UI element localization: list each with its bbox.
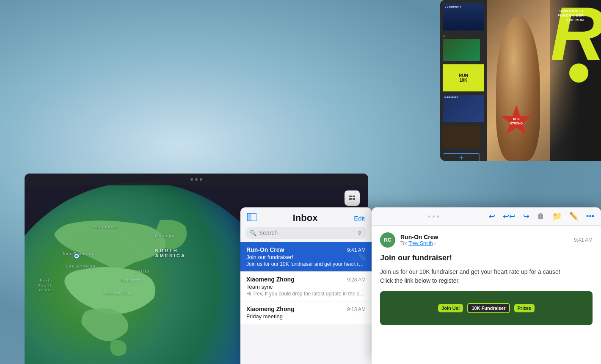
mail-time-3: 9:13 AM [347,306,366,312]
badge-join-us: Join Us! [438,304,463,312]
mail-search-bar[interactable]: 🔍 Search 🎙 [245,227,367,239]
attachment-icon-1: 📎 [359,254,366,260]
mail-time-1: 9:41 AM [347,247,366,253]
folder-button[interactable]: 📁 [552,212,562,221]
search-placeholder: Search [259,229,354,236]
reply-button[interactable]: ↩ [489,212,495,221]
dot-2 [433,215,435,218]
mail-sender-1: Run-On Crew [246,246,284,253]
mail-item-1-header: Run-On Crew 9:41 AM [246,246,366,253]
slide-img-6 [443,100,480,122]
mail-detail-body: Join us for our 10K fundraiser and get y… [380,267,593,285]
more-button[interactable]: ••• [586,212,594,221]
forward-button[interactable]: ↪ [523,212,529,221]
mail-item-3[interactable]: Xiaomeng Zhong 9:13 AM Friday meeting [240,301,372,325]
dot-3 [437,215,439,218]
mail-edit-button[interactable]: Edit [354,215,365,222]
slides-preview: R COMMUNITYFUNDRAISER10K RUN RUN STRONG [487,0,601,161]
recipient-link[interactable]: Trev Smith [408,240,433,246]
mail-time-2: 9:28 AM [347,277,366,283]
maps-titlebar [25,174,368,185]
run-strong-sticker: RUN STRONG [499,104,533,140]
search-icon: 🔍 [250,230,256,236]
slide-img-7 [443,126,480,148]
sender-to: To: Trev Smith › [400,240,569,246]
mail-image-preview: Join Us! 10K Fundraiser Prizes [380,291,593,325]
slide-thumb-5[interactable]: 5 RUN10K [443,64,484,91]
mail-preview-2: Hi Trev, If you could drop the latest up… [246,291,366,297]
sidebar-toggle-icon[interactable] [247,213,256,223]
add-slide-icon: + [459,154,464,161]
mail-detail-toolbar: ↩ ↩↩ ↪ 🗑 📁 ✏️ ••• [372,207,601,226]
reply-all-button[interactable]: ↩↩ [503,212,516,221]
sender-avatar: RC [380,232,395,248]
slide-thumb-7[interactable] [443,125,484,148]
compose-button[interactable]: ✏️ [569,212,579,221]
preview-overlay-text: COMMUNITYFUNDRAISER10K RUN [558,8,584,23]
svg-rect-4 [353,196,355,197]
slide5-label: RUN10K [459,73,468,83]
preview-circle-logo [569,63,588,83]
mail-subject-1: Join our fundraiser! 📎 [246,254,366,260]
mail-list: Run-On Crew 9:41 AM Join our fundraiser!… [240,242,372,325]
mail-item-2[interactable]: Xiaomeng Zhong 9:28 AM Team sync Hi Trev… [240,272,372,301]
svg-rect-6 [353,198,355,200]
mail-subject-3: Friday meeting [246,313,366,320]
mail-detail-subject: Join our fundraiser! [380,254,593,262]
mail-sender-2: Xiaomeng Zhong [246,276,295,283]
maps-dot-3 [200,178,202,181]
mail-item-3-header: Xiaomeng Zhong 9:13 AM [246,306,366,312]
mail-item-1[interactable]: Run-On Crew 9:41 AM Join our fundraiser!… [240,242,372,272]
svg-text:RUN: RUN [513,118,519,121]
slide-thumb-3[interactable]: 3 [443,3,484,30]
slides-thumbnail-panel: 3 4 5 RUN10K 6 [440,0,487,161]
slides-app: 3 4 5 RUN10K 6 [440,0,601,161]
badge-10k: 10K Fundraiser [467,303,510,313]
maps-window-dots [190,178,202,181]
badge-prizes: Prizes [514,304,535,312]
sender-info: Run-On Crew To: Trev Smith › [400,234,569,246]
mail-header: Inbox Edit [240,207,372,227]
mail-detail-panel: ↩ ↩↩ ↪ 🗑 📁 ✏️ ••• RC Run-On Crew To: Tre… [372,207,601,364]
slide-img-3 [443,8,480,30]
mail-preview-1: Join us for our 10K fundraiser and get y… [246,261,366,267]
slide-img-5: RUN10K [443,69,480,91]
slide-thumb-4[interactable]: 4 [443,34,484,61]
mail-inbox-panel: Inbox Edit 🔍 Search 🎙 Run-On Crew 9:41 A… [240,207,372,364]
slide-img-4 [443,39,480,61]
maps-dot-1 [190,178,193,181]
trash-button[interactable]: 🗑 [537,212,545,221]
mail-from-row: RC Run-On Crew To: Trev Smith › 9:41 AM [380,232,593,248]
add-slide-button[interactable]: + [443,153,480,161]
maps-dot-2 [195,178,198,181]
sender-name: Run-On Crew [400,234,569,240]
svg-text:STRONG: STRONG [510,122,523,125]
inbox-title: Inbox [293,212,318,223]
mail-subject-2: Team sync [246,284,366,290]
slide-thumb-6[interactable]: 6 [443,95,484,122]
dot-1 [428,215,430,218]
mail-detail-content: RC Run-On Crew To: Trev Smith › 9:41 AM … [372,226,601,359]
mic-icon[interactable]: 🎙 [357,230,362,236]
svg-rect-9 [251,213,251,221]
svg-rect-7 [247,213,251,221]
svg-rect-5 [349,198,352,200]
mail-sender-3: Xiaomeng Zhong [246,306,295,312]
na-landmass [41,216,211,364]
map-legend-button[interactable] [345,190,360,206]
slides-preview-content: R COMMUNITYFUNDRAISER10K RUN RUN STRONG [487,0,601,161]
mail-toolbar-icons: ↩ ↩↩ ↪ 🗑 📁 ✏️ ••• [489,212,594,221]
preview-woman-bg: R COMMUNITYFUNDRAISER10K RUN RUN STRONG [487,0,601,161]
mail-detail-time: 9:41 AM [574,237,593,243]
mail-detail-window-dots [378,215,489,218]
svg-rect-3 [349,196,352,197]
mail-item-2-header: Xiaomeng Zhong 9:28 AM [246,276,366,283]
slide-number-4: 4 [443,34,484,38]
